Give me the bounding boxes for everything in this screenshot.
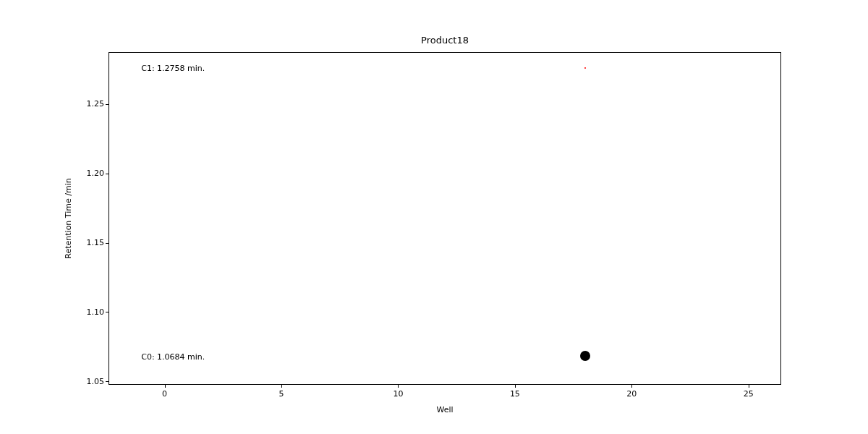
y-tick-label: 1.20 <box>69 169 104 177</box>
y-tick <box>106 104 109 105</box>
y-tick-label: 1.05 <box>69 378 104 386</box>
x-tick <box>165 385 166 388</box>
chart-title: Product18 <box>109 35 781 46</box>
x-tick-label: 15 <box>501 389 529 399</box>
x-tick <box>515 385 516 388</box>
x-tick-label: 25 <box>734 389 763 399</box>
x-tick-label: 0 <box>150 389 179 399</box>
y-tick <box>106 381 109 382</box>
x-tick <box>749 385 749 388</box>
x-tick-label: 5 <box>267 389 296 399</box>
x-tick <box>631 385 632 388</box>
chart-annotation: C0: 1.0684 min. <box>141 352 205 362</box>
y-tick <box>106 312 109 312</box>
x-tick-label: 20 <box>617 389 646 399</box>
data-point <box>580 351 590 361</box>
y-tick-label: 1.10 <box>69 308 104 316</box>
x-tick <box>398 385 399 388</box>
y-tick-label: 1.15 <box>69 239 104 247</box>
chart-figure: Product18 Retention Time /min Well 05101… <box>0 0 868 434</box>
y-tick <box>106 174 109 174</box>
y-tick <box>106 243 109 244</box>
x-tick <box>281 385 282 388</box>
y-tick-label: 1.25 <box>69 100 104 108</box>
x-tick-label: 10 <box>383 389 412 399</box>
x-axis-label: Well <box>109 405 781 414</box>
chart-annotation: C1: 1.2758 min. <box>141 64 205 73</box>
plot-area <box>109 52 781 385</box>
